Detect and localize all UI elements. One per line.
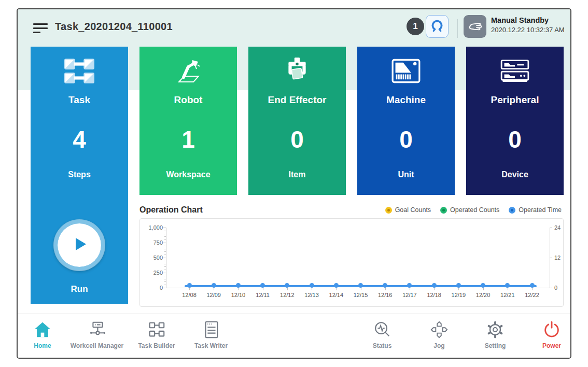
x-tick — [361, 288, 361, 290]
left-axis — [166, 228, 166, 288]
gripper-icon — [430, 18, 444, 35]
screen: Task_20201204_110001 1 Manual Standby 20… — [0, 0, 588, 367]
legend-label: Operated Counts — [450, 206, 499, 214]
y-minor-tick — [164, 231, 166, 231]
data-point — [212, 283, 216, 288]
y-axis-label: 1,000 — [144, 224, 163, 231]
x-tick — [385, 288, 386, 290]
task-steps-icon — [31, 56, 128, 86]
card-unit: Unit — [357, 170, 455, 179]
goal-counts-dot-icon — [385, 207, 392, 214]
x-axis-label: 12/19 — [452, 292, 466, 298]
x-tick — [410, 288, 410, 290]
y2-major-tick — [550, 288, 552, 288]
card-title: Task — [31, 94, 128, 106]
y-major-tick — [163, 273, 166, 273]
x-tick — [189, 288, 190, 290]
operation-chart: 1,00075050025002412012/0812/0912/1012/11… — [139, 218, 564, 307]
run-button[interactable] — [53, 219, 105, 271]
x-tick — [238, 288, 239, 290]
x-axis-label: 12/16 — [378, 292, 393, 298]
x-axis-label: 12/11 — [256, 292, 270, 298]
power-icon — [515, 319, 571, 340]
data-point — [358, 283, 363, 288]
y-major-tick — [163, 228, 166, 228]
card-peripheral[interactable]: Peripheral 0 Device — [466, 47, 564, 195]
card-count: 0 — [466, 123, 564, 156]
card-count: 0 — [248, 123, 346, 156]
manual-mode-icon[interactable] — [464, 15, 486, 38]
x-tick — [532, 288, 533, 290]
card-unit: Workspace — [139, 170, 237, 179]
legend-item-goal-counts[interactable]: Goal Counts — [385, 206, 431, 214]
y2-major-tick — [550, 228, 552, 228]
data-point — [236, 283, 241, 288]
x-tick — [214, 288, 214, 290]
x-axis-label: 12/10 — [231, 292, 246, 298]
robot-status[interactable]: Manual Standby 2020.12.22 10:32:37 AM — [491, 16, 565, 34]
x-tick — [263, 288, 263, 290]
x-tick — [434, 288, 435, 290]
y-minor-tick — [164, 270, 166, 270]
data-point — [383, 283, 387, 288]
x-axis-label: 12/09 — [206, 292, 221, 298]
card-task[interactable]: Task 4 Steps Run — [31, 47, 128, 304]
y-minor-tick — [164, 255, 166, 255]
x-axis-label: 12/21 — [500, 292, 515, 298]
card-robot[interactable]: Robot 1 Workspace — [139, 47, 237, 195]
status-mode: Manual Standby — [491, 16, 565, 24]
card-title: End Effector — [248, 94, 346, 106]
legend-label: Operated Time — [519, 206, 562, 214]
legend-item-operated-time[interactable]: Operated Time — [509, 206, 562, 214]
y-minor-tick — [164, 279, 166, 279]
notification-badge: 1 — [407, 18, 424, 35]
y-minor-tick — [164, 251, 166, 252]
y-axis-label: 250 — [144, 270, 163, 276]
peripheral-device-icon — [466, 56, 564, 86]
nav-power[interactable]: Power — [515, 319, 571, 349]
x-axis-label: 12/13 — [304, 292, 319, 298]
y2-axis-label: 0 — [554, 285, 557, 291]
card-count: 4 — [31, 123, 128, 156]
x-axis-label: 12/17 — [402, 292, 417, 298]
x-tick — [458, 288, 459, 290]
operated-counts-dot-icon — [440, 207, 447, 214]
y-major-tick — [163, 288, 166, 288]
card-end-effector[interactable]: End Effector 0 Item — [248, 47, 346, 195]
nav-task-writer[interactable]: Task Writer — [175, 319, 247, 349]
legend-item-operated-counts[interactable]: Operated Counts — [440, 206, 499, 214]
card-count: 0 — [357, 123, 455, 156]
x-tick — [287, 288, 288, 290]
x-axis-label: 12/14 — [329, 292, 344, 298]
card-machine[interactable]: Machine 0 Unit — [357, 47, 455, 195]
card-unit: Device — [466, 170, 564, 179]
gripper-button[interactable] — [426, 15, 449, 38]
data-point — [505, 283, 510, 288]
y-axis-label: 500 — [144, 255, 163, 261]
menu-icon[interactable] — [33, 23, 48, 35]
card-unit: Steps — [31, 170, 128, 179]
x-axis-label: 12/15 — [354, 292, 368, 298]
x-tick — [508, 288, 508, 290]
x-tick — [312, 288, 312, 290]
chart-title: Operation Chart — [139, 205, 203, 215]
y-axis-label: 750 — [144, 239, 163, 246]
page-title: Task_20201204_110001 — [55, 21, 173, 33]
app-panel: Task_20201204_110001 1 Manual Standby 20… — [17, 8, 571, 359]
card-title: Peripheral — [466, 94, 564, 106]
data-point — [530, 283, 535, 288]
bottom-navbar: Home Workcell Manager — [18, 314, 570, 358]
play-icon — [70, 235, 89, 256]
x-tick — [336, 288, 337, 290]
y2-major-tick — [550, 258, 552, 258]
x-axis-label: 12/08 — [182, 292, 197, 298]
x-axis-label: 12/18 — [427, 292, 441, 298]
y-axis-label: 0 — [144, 285, 163, 291]
run-label: Run — [31, 284, 128, 294]
y-minor-tick — [164, 236, 166, 237]
data-point — [310, 283, 314, 288]
machine-icon — [357, 56, 455, 86]
status-timestamp: 2020.12.22 10:32:37 AM — [491, 26, 565, 34]
gripper-tool-icon — [248, 56, 346, 86]
data-point — [481, 283, 485, 288]
